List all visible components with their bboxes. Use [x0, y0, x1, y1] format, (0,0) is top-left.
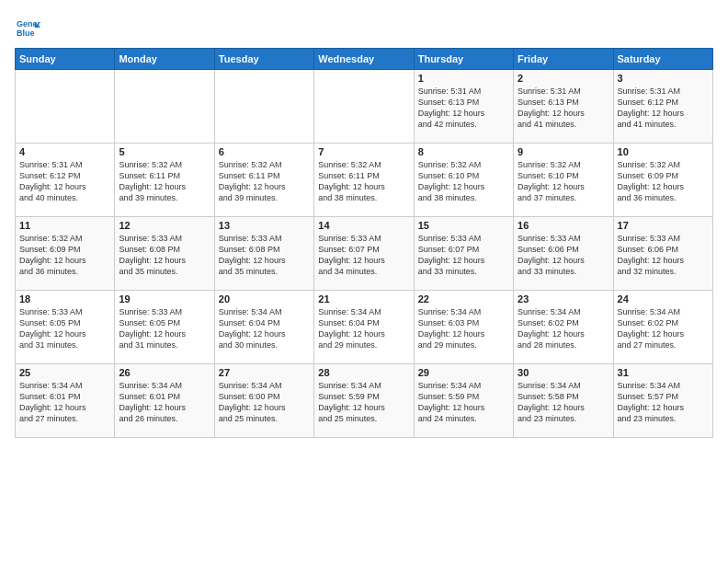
- day-cell: 9Sunrise: 5:32 AM Sunset: 6:10 PM Daylig…: [514, 144, 613, 217]
- header-cell-friday: Friday: [514, 49, 613, 70]
- day-info: Sunrise: 5:33 AM Sunset: 6:08 PM Dayligh…: [119, 233, 210, 278]
- day-number: 15: [418, 220, 509, 231]
- day-info: Sunrise: 5:31 AM Sunset: 6:13 PM Dayligh…: [418, 86, 509, 131]
- day-cell: 29Sunrise: 5:34 AM Sunset: 5:59 PM Dayli…: [414, 364, 513, 438]
- day-cell: 13Sunrise: 5:33 AM Sunset: 6:08 PM Dayli…: [214, 217, 313, 291]
- day-number: 20: [219, 293, 310, 304]
- week-row-2: 4Sunrise: 5:31 AM Sunset: 6:12 PM Daylig…: [16, 144, 713, 217]
- day-info: Sunrise: 5:34 AM Sunset: 5:59 PM Dayligh…: [318, 380, 409, 425]
- day-cell: 7Sunrise: 5:32 AM Sunset: 6:11 PM Daylig…: [314, 144, 414, 217]
- day-cell: 17Sunrise: 5:33 AM Sunset: 6:06 PM Dayli…: [613, 217, 712, 291]
- day-cell: 31Sunrise: 5:34 AM Sunset: 5:57 PM Dayli…: [613, 364, 712, 438]
- day-cell: 11Sunrise: 5:32 AM Sunset: 6:09 PM Dayli…: [16, 217, 115, 291]
- day-cell: 18Sunrise: 5:33 AM Sunset: 6:05 PM Dayli…: [16, 291, 115, 364]
- day-number: 4: [19, 146, 110, 157]
- day-cell: 22Sunrise: 5:34 AM Sunset: 6:03 PM Dayli…: [414, 291, 513, 364]
- day-cell: 5Sunrise: 5:32 AM Sunset: 6:11 PM Daylig…: [115, 144, 214, 217]
- day-cell: 27Sunrise: 5:34 AM Sunset: 6:00 PM Dayli…: [214, 364, 313, 438]
- day-number: 28: [318, 367, 409, 378]
- header-cell-saturday: Saturday: [613, 49, 712, 70]
- day-cell: 2Sunrise: 5:31 AM Sunset: 6:13 PM Daylig…: [514, 70, 613, 144]
- day-cell: 16Sunrise: 5:33 AM Sunset: 6:06 PM Dayli…: [514, 217, 613, 291]
- day-cell: [115, 70, 214, 144]
- day-cell: 12Sunrise: 5:33 AM Sunset: 6:08 PM Dayli…: [115, 217, 214, 291]
- day-info: Sunrise: 5:33 AM Sunset: 6:08 PM Dayligh…: [219, 233, 310, 278]
- day-cell: 25Sunrise: 5:34 AM Sunset: 6:01 PM Dayli…: [16, 364, 115, 438]
- day-number: 25: [19, 367, 110, 378]
- day-number: 27: [219, 367, 310, 378]
- day-number: 29: [418, 367, 509, 378]
- day-cell: [214, 70, 313, 144]
- day-info: Sunrise: 5:32 AM Sunset: 6:11 PM Dayligh…: [119, 159, 210, 204]
- day-info: Sunrise: 5:34 AM Sunset: 5:57 PM Dayligh…: [618, 380, 709, 425]
- header-cell-wednesday: Wednesday: [314, 49, 414, 70]
- day-info: Sunrise: 5:33 AM Sunset: 6:05 PM Dayligh…: [19, 306, 110, 351]
- header-cell-sunday: Sunday: [16, 49, 115, 70]
- day-number: 23: [518, 293, 609, 304]
- day-info: Sunrise: 5:33 AM Sunset: 6:06 PM Dayligh…: [618, 233, 709, 278]
- day-info: Sunrise: 5:34 AM Sunset: 5:58 PM Dayligh…: [518, 380, 609, 425]
- day-number: 17: [618, 220, 709, 231]
- day-cell: 14Sunrise: 5:33 AM Sunset: 6:07 PM Dayli…: [314, 217, 414, 291]
- header-cell-monday: Monday: [115, 49, 214, 70]
- day-info: Sunrise: 5:34 AM Sunset: 5:59 PM Dayligh…: [418, 380, 509, 425]
- day-info: Sunrise: 5:32 AM Sunset: 6:10 PM Dayligh…: [418, 159, 509, 204]
- day-number: 21: [318, 293, 409, 304]
- svg-text:Blue: Blue: [17, 29, 35, 38]
- header-cell-tuesday: Tuesday: [214, 49, 313, 70]
- day-cell: 4Sunrise: 5:31 AM Sunset: 6:12 PM Daylig…: [16, 144, 115, 217]
- day-info: Sunrise: 5:31 AM Sunset: 6:13 PM Dayligh…: [518, 86, 609, 131]
- day-number: 26: [119, 367, 210, 378]
- day-number: 9: [518, 146, 609, 157]
- header-row: SundayMondayTuesdayWednesdayThursdayFrid…: [16, 49, 713, 70]
- day-number: 11: [19, 220, 110, 231]
- day-info: Sunrise: 5:34 AM Sunset: 6:02 PM Dayligh…: [618, 306, 709, 351]
- day-number: 8: [418, 146, 509, 157]
- logo-icon: General Blue: [15, 15, 40, 40]
- day-number: 18: [19, 293, 110, 304]
- day-cell: 15Sunrise: 5:33 AM Sunset: 6:07 PM Dayli…: [414, 217, 513, 291]
- day-info: Sunrise: 5:32 AM Sunset: 6:11 PM Dayligh…: [318, 159, 409, 204]
- day-number: 6: [219, 146, 310, 157]
- day-info: Sunrise: 5:34 AM Sunset: 6:03 PM Dayligh…: [418, 306, 509, 351]
- day-cell: 3Sunrise: 5:31 AM Sunset: 6:12 PM Daylig…: [613, 70, 712, 144]
- calendar-table: SundayMondayTuesdayWednesdayThursdayFrid…: [15, 48, 713, 438]
- day-cell: 24Sunrise: 5:34 AM Sunset: 6:02 PM Dayli…: [613, 291, 712, 364]
- day-info: Sunrise: 5:33 AM Sunset: 6:05 PM Dayligh…: [119, 306, 210, 351]
- day-cell: 1Sunrise: 5:31 AM Sunset: 6:13 PM Daylig…: [414, 70, 513, 144]
- day-number: 24: [618, 293, 709, 304]
- day-number: 2: [518, 73, 609, 84]
- week-row-1: 1Sunrise: 5:31 AM Sunset: 6:13 PM Daylig…: [16, 70, 713, 144]
- day-number: 12: [119, 220, 210, 231]
- day-info: Sunrise: 5:34 AM Sunset: 6:04 PM Dayligh…: [318, 306, 409, 351]
- day-number: 30: [518, 367, 609, 378]
- day-number: 14: [318, 220, 409, 231]
- day-cell: 28Sunrise: 5:34 AM Sunset: 5:59 PM Dayli…: [314, 364, 414, 438]
- day-number: 19: [119, 293, 210, 304]
- page-header: General Blue: [15, 15, 713, 40]
- day-number: 7: [318, 146, 409, 157]
- day-number: 1: [418, 73, 509, 84]
- day-number: 3: [618, 73, 709, 84]
- day-info: Sunrise: 5:32 AM Sunset: 6:10 PM Dayligh…: [518, 159, 609, 204]
- day-number: 31: [618, 367, 709, 378]
- day-info: Sunrise: 5:34 AM Sunset: 6:02 PM Dayligh…: [518, 306, 609, 351]
- logo: General Blue: [15, 15, 44, 40]
- day-cell: [16, 70, 115, 144]
- day-cell: 10Sunrise: 5:32 AM Sunset: 6:09 PM Dayli…: [613, 144, 712, 217]
- day-number: 5: [119, 146, 210, 157]
- day-info: Sunrise: 5:33 AM Sunset: 6:07 PM Dayligh…: [318, 233, 409, 278]
- day-number: 16: [518, 220, 609, 231]
- day-cell: 6Sunrise: 5:32 AM Sunset: 6:11 PM Daylig…: [214, 144, 313, 217]
- day-info: Sunrise: 5:32 AM Sunset: 6:09 PM Dayligh…: [618, 159, 709, 204]
- day-cell: 21Sunrise: 5:34 AM Sunset: 6:04 PM Dayli…: [314, 291, 414, 364]
- day-info: Sunrise: 5:34 AM Sunset: 6:01 PM Dayligh…: [19, 380, 110, 425]
- day-info: Sunrise: 5:34 AM Sunset: 6:01 PM Dayligh…: [119, 380, 210, 425]
- day-cell: 30Sunrise: 5:34 AM Sunset: 5:58 PM Dayli…: [514, 364, 613, 438]
- day-cell: 26Sunrise: 5:34 AM Sunset: 6:01 PM Dayli…: [115, 364, 214, 438]
- day-cell: 23Sunrise: 5:34 AM Sunset: 6:02 PM Dayli…: [514, 291, 613, 364]
- day-number: 22: [418, 293, 509, 304]
- day-cell: 8Sunrise: 5:32 AM Sunset: 6:10 PM Daylig…: [414, 144, 513, 217]
- day-cell: [314, 70, 414, 144]
- week-row-3: 11Sunrise: 5:32 AM Sunset: 6:09 PM Dayli…: [16, 217, 713, 291]
